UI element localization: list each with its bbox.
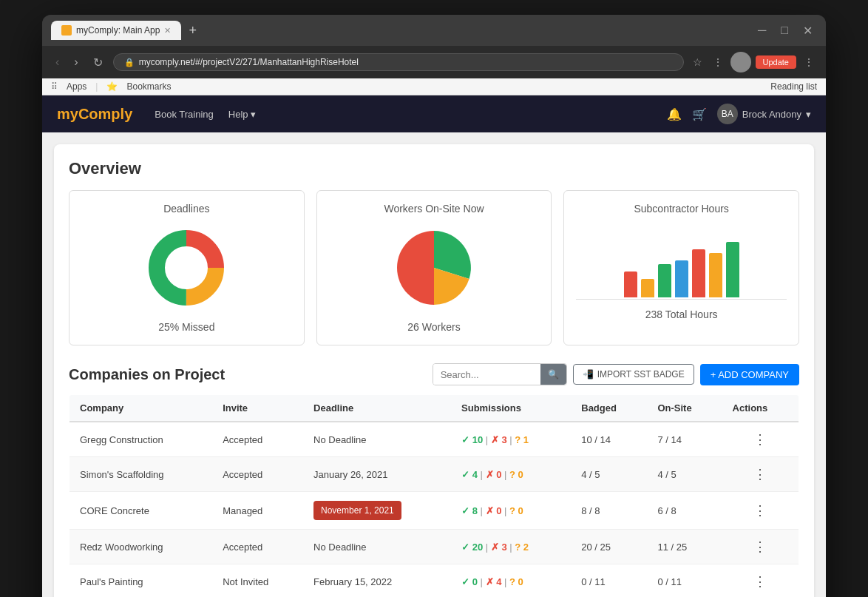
tab-close-btn[interactable]: ✕ xyxy=(164,26,171,36)
onsite-value: 11 / 25 xyxy=(647,530,722,564)
submissions-cell: ✓ 8 | ✗ 0 | ? 0 xyxy=(451,492,571,530)
close-window-button[interactable]: ✕ xyxy=(799,22,817,39)
overview-cards: Deadlines 25% Missed xyxy=(69,190,799,345)
bookmarks-bar: ⠿ Apps | ⭐ Bookmarks Reading list xyxy=(42,78,826,95)
minimize-button[interactable]: ─ xyxy=(753,22,770,38)
onsite-value: 6 / 8 xyxy=(647,492,722,530)
actions-cell[interactable]: ⋮ xyxy=(722,422,799,457)
bookmarks-label: ⭐ xyxy=(106,81,118,92)
profile-avatar[interactable] xyxy=(730,52,751,72)
deadline-red-badge: November 1, 2021 xyxy=(313,501,401,520)
table-row: Paul's Painting Not Invited February 15,… xyxy=(69,564,799,598)
workers-pie xyxy=(390,223,478,312)
deadline-value-red: November 1, 2021 xyxy=(303,492,451,530)
invite-status: Accepted xyxy=(212,422,303,457)
user-chevron-icon: ▾ xyxy=(806,109,811,120)
col-deadline: Deadline xyxy=(303,395,451,422)
submissions-cell: ✓ 10 | ✗ 3 | ? 1 xyxy=(451,422,571,457)
onsite-value: 7 / 14 xyxy=(647,422,722,457)
companies-title: Companies on Project xyxy=(69,366,225,383)
help-chevron-icon: ▾ xyxy=(251,109,256,120)
company-name: Paul's Painting xyxy=(69,564,213,598)
bar-3 xyxy=(658,264,671,297)
bar-5 xyxy=(692,249,705,297)
deadline-value: No Deadline xyxy=(303,422,451,457)
bar-4 xyxy=(675,260,688,297)
hours-card-title: Subcontractor Hours xyxy=(576,203,787,215)
sub-green: ✓ 10 xyxy=(461,434,483,445)
sub-red: ✗ 3 xyxy=(491,542,507,553)
extensions-button[interactable]: ⋮ xyxy=(710,55,726,70)
deadlines-subtitle: 25% Missed xyxy=(81,321,292,333)
deadline-value: February 15, 2022 xyxy=(303,564,451,598)
col-badged: Badged xyxy=(571,395,647,422)
actions-menu[interactable]: ⋮ xyxy=(733,502,788,519)
new-tab-button[interactable]: + xyxy=(184,23,201,38)
search-input[interactable] xyxy=(433,364,540,385)
logo: myComply xyxy=(57,106,132,123)
invite-status: Accepted xyxy=(212,530,303,564)
sub-green: ✓ 8 xyxy=(461,505,478,516)
deadline-value: No Deadline xyxy=(303,530,451,564)
bookmark-button[interactable]: ☆ xyxy=(690,55,705,70)
top-nav: myComply Book Training Help ▾ 🔔 🛒 BA Bro… xyxy=(42,95,826,132)
back-button[interactable]: ‹ xyxy=(51,54,64,70)
sub-red: ✗ 0 xyxy=(486,469,502,480)
submissions-cell: ✓ 4 | ✗ 0 | ? 0 xyxy=(451,457,571,492)
actions-cell[interactable]: ⋮ xyxy=(722,457,799,492)
nav-links: Book Training Help ▾ xyxy=(155,109,667,120)
apps-icon: ⠿ xyxy=(51,81,58,92)
submissions-cell: ✓ 20 | ✗ 3 | ? 2 xyxy=(451,530,571,564)
table-row: CORE Concrete Managed November 1, 2021 ✓… xyxy=(69,492,799,530)
actions-menu[interactable]: ⋮ xyxy=(733,573,788,590)
actions-cell[interactable]: ⋮ xyxy=(722,492,799,530)
sub-red: ✗ 4 xyxy=(486,576,502,587)
hours-bar-chart xyxy=(576,223,787,297)
workers-card: Workers On-Site Now 26 Workers xyxy=(316,190,552,345)
menu-button[interactable]: ⋮ xyxy=(801,55,817,70)
refresh-button[interactable]: ↻ xyxy=(89,54,107,71)
notification-icon[interactable]: 🔔 xyxy=(667,107,682,121)
help-link[interactable]: Help ▾ xyxy=(228,109,256,120)
book-training-link[interactable]: Book Training xyxy=(155,109,214,120)
reading-list-label[interactable]: Reading list xyxy=(770,81,817,92)
forward-button[interactable]: › xyxy=(69,54,82,70)
add-company-button[interactable]: + ADD COMPANY xyxy=(700,364,799,385)
browser-titlebar: myComply: Main App ✕ + ─ □ ✕ xyxy=(42,15,826,46)
onsite-value: 4 / 5 xyxy=(647,457,722,492)
user-menu[interactable]: BA Brock Andony ▾ xyxy=(717,104,811,124)
logo-omply: omply xyxy=(89,106,132,122)
actions-menu[interactable]: ⋮ xyxy=(733,539,788,555)
badged-value: 0 / 11 xyxy=(571,564,647,598)
table-header: Company Invite Deadline Submissions Badg… xyxy=(69,395,799,422)
actions-cell[interactable]: ⋮ xyxy=(722,530,799,564)
address-bar[interactable]: 🔒 mycomply.net/#/projectV2/271/Manhattan… xyxy=(113,53,684,71)
overview-title: Overview xyxy=(69,159,799,178)
active-tab[interactable]: myComply: Main App ✕ xyxy=(51,21,181,40)
search-button[interactable]: 🔍 xyxy=(540,364,566,385)
maximize-button[interactable]: □ xyxy=(776,22,793,38)
svg-point-3 xyxy=(169,250,204,286)
company-name: Simon's Scaffolding xyxy=(69,457,213,492)
onsite-value: 0 / 11 xyxy=(647,564,722,598)
bookmarks-text[interactable]: Bookmarks xyxy=(126,81,171,92)
col-onsite: On-Site xyxy=(647,395,722,422)
user-avatar: BA xyxy=(717,104,738,124)
import-sst-label: IMPORT SST BADGE xyxy=(597,369,685,380)
company-name: Redz Woodworking xyxy=(69,530,213,564)
actions-menu[interactable]: ⋮ xyxy=(733,431,788,448)
col-submissions: Submissions xyxy=(451,395,571,422)
url-text: mycomply.net/#/projectV2/271/ManhattanHi… xyxy=(139,57,359,67)
cart-icon[interactable]: 🛒 xyxy=(692,107,707,121)
deadline-value: January 26, 2021 xyxy=(303,457,451,492)
actions-cell[interactable]: ⋮ xyxy=(722,564,799,598)
apps-label[interactable]: Apps xyxy=(67,81,87,92)
deadlines-donut xyxy=(142,223,231,312)
sub-red: ✗ 0 xyxy=(486,505,502,516)
user-initials: BA xyxy=(722,109,733,119)
tab-title: myComply: Main App xyxy=(76,25,160,36)
update-button[interactable]: Update xyxy=(756,55,796,69)
import-sst-button[interactable]: 📲 IMPORT SST BADGE xyxy=(573,364,694,385)
actions-menu[interactable]: ⋮ xyxy=(733,466,788,482)
top-nav-right: 🔔 🛒 BA Brock Andony ▾ xyxy=(667,104,811,124)
